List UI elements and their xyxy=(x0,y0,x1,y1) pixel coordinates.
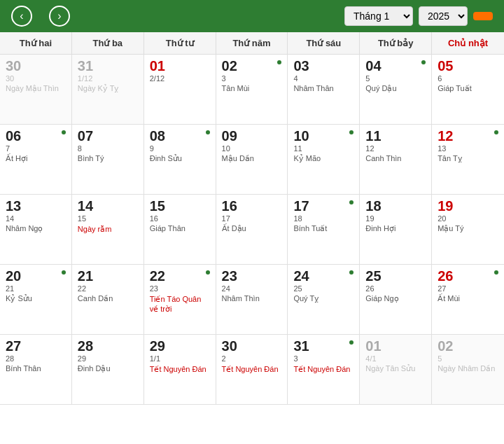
cal-cell-w0-d0[interactable]: 3030Ngày Mậu Thìn xyxy=(0,55,72,125)
event-label: Tiến Táo Quân về trời xyxy=(150,294,210,314)
day-number: 30 xyxy=(6,59,66,73)
cal-cell-w0-d6[interactable]: 056Giáp Tuất xyxy=(432,55,504,125)
day-number: 11 xyxy=(365,129,426,143)
day-number: 02 xyxy=(222,59,282,73)
cal-cell-w1-d6[interactable]: 1213Tân Tỵ xyxy=(432,125,504,195)
lunar-date: 25 xyxy=(293,284,354,293)
header-controls: Tháng 1Tháng 2Tháng 3Tháng 4Tháng 5Tháng… xyxy=(344,6,493,26)
lunar-date: 16 xyxy=(150,214,210,223)
lunar-date: 1/12 xyxy=(78,74,138,83)
cal-cell-w4-d4[interactable]: 313Tết Nguyên Đán xyxy=(288,335,360,405)
dow-cell-5: Thứ bảy xyxy=(360,32,432,54)
lunar-date: 5 xyxy=(438,354,498,363)
lunar-date: 30 xyxy=(6,74,66,83)
can-chi-label: Kỷ Mão xyxy=(293,154,354,163)
day-number: 09 xyxy=(222,129,282,143)
day-number: 07 xyxy=(78,129,138,143)
cal-cell-w3-d1[interactable]: 2122Canh Dần xyxy=(72,265,144,335)
cal-cell-w0-d4[interactable]: 034Nhâm Thân xyxy=(288,55,360,125)
day-number: 19 xyxy=(438,199,498,213)
cal-cell-w4-d2[interactable]: 291/1Tết Nguyên Đán xyxy=(144,335,216,405)
can-chi-label: Nhâm Ngọ xyxy=(6,224,66,233)
day-number: 29 xyxy=(150,339,210,353)
cal-cell-w1-d3[interactable]: 0910Mậu Dần xyxy=(216,125,288,195)
cal-cell-w2-d0[interactable]: 1314Nhâm Ngọ xyxy=(0,195,72,265)
can-chi-label: Nhâm Thân xyxy=(293,84,354,92)
day-number: 31 xyxy=(293,339,354,353)
day-number: 28 xyxy=(78,339,138,353)
lunar-date: 11 xyxy=(293,144,354,153)
cal-cell-w2-d4[interactable]: 1718Bính Tuất xyxy=(288,195,360,265)
day-number: 26 xyxy=(438,269,498,283)
day-number: 15 xyxy=(150,199,210,213)
cal-cell-w4-d6[interactable]: 025Ngày Nhâm Dần xyxy=(432,335,504,405)
can-chi-label: Quý Dậu xyxy=(365,84,426,93)
day-number: 01 xyxy=(150,59,210,73)
cal-cell-w3-d3[interactable]: 2324Nhâm Thìn xyxy=(216,265,288,335)
cal-cell-w2-d3[interactable]: 1617Ất Dậu xyxy=(216,195,288,265)
dow-cell-0: Thứ hai xyxy=(0,32,72,54)
cal-cell-w0-d3[interactable]: 023Tân Mùi xyxy=(216,55,288,125)
cal-cell-w1-d4[interactable]: 1011Kỷ Mão xyxy=(288,125,360,195)
can-chi-label: Tân Mùi xyxy=(222,84,282,92)
day-number: 08 xyxy=(150,129,210,143)
cal-cell-w4-d5[interactable]: 014/1Ngày Tân Sửu xyxy=(360,335,432,405)
cal-cell-w1-d1[interactable]: 078Bình Tý xyxy=(72,125,144,195)
event-dot xyxy=(62,130,66,134)
cal-cell-w2-d2[interactable]: 1516Giáp Thân xyxy=(144,195,216,265)
day-number: 21 xyxy=(78,269,138,283)
event-dot xyxy=(206,130,210,134)
event-label: Tết Nguyên Đán xyxy=(150,364,210,374)
cal-cell-w0-d5[interactable]: 045Quý Dậu xyxy=(360,55,432,125)
lunar-date: 3 xyxy=(222,74,282,83)
month-select[interactable]: Tháng 1Tháng 2Tháng 3Tháng 4Tháng 5Tháng… xyxy=(344,6,413,26)
can-chi-label: Đinh Hợi xyxy=(365,224,426,233)
cal-cell-w2-d5[interactable]: 1819Đinh Hợi xyxy=(360,195,432,265)
cal-cell-w2-d6[interactable]: 1920Mậu Tý xyxy=(432,195,504,265)
lunar-date: 4 xyxy=(293,74,354,83)
cal-cell-w1-d2[interactable]: 089Đinh Sửu xyxy=(144,125,216,195)
lunar-date: 28 xyxy=(6,354,66,363)
cal-cell-w3-d2[interactable]: 2223Tiến Táo Quân về trời xyxy=(144,265,216,335)
event-label: Ngày rằm xyxy=(78,224,138,234)
year-select[interactable]: 2025 xyxy=(419,6,468,26)
dow-cell-1: Thứ ba xyxy=(72,32,144,54)
can-chi-label: Nhâm Thìn xyxy=(222,294,282,303)
lunar-date: 24 xyxy=(222,284,282,293)
dow-cell-6: Chủ nhật xyxy=(432,32,504,54)
can-chi-label: Tân Tỵ xyxy=(438,154,498,163)
cal-cell-w1-d0[interactable]: 067Ất Hợi xyxy=(0,125,72,195)
cal-cell-w4-d3[interactable]: 302Tết Nguyên Đán xyxy=(216,335,288,405)
day-number: 20 xyxy=(6,269,66,283)
event-dot xyxy=(494,130,498,134)
cal-cell-w3-d6[interactable]: 2627Ất Mùi xyxy=(432,265,504,335)
cal-cell-w3-d0[interactable]: 2021Kỷ Sửu xyxy=(0,265,72,335)
view-button[interactable] xyxy=(473,12,493,20)
cal-cell-w3-d5[interactable]: 2526Giáp Ngọ xyxy=(360,265,432,335)
dow-cell-2: Thứ tư xyxy=(144,32,216,54)
can-chi-label: Ất Hợi xyxy=(6,154,66,163)
lunar-date: 8 xyxy=(78,144,138,153)
prev-month-button[interactable]: ‹ xyxy=(11,6,32,27)
cal-cell-w0-d2[interactable]: 012/12 xyxy=(144,55,216,125)
cal-cell-w1-d5[interactable]: 1112Canh Thìn xyxy=(360,125,432,195)
lunar-date: 14 xyxy=(6,214,66,223)
event-dot xyxy=(206,270,210,275)
can-chi-label: Bính Thân xyxy=(6,364,66,373)
cal-cell-w4-d1[interactable]: 2829Đinh Dậu xyxy=(72,335,144,405)
lunar-date: 4/1 xyxy=(365,354,426,363)
lunar-date: 13 xyxy=(438,144,498,153)
cal-cell-w2-d1[interactable]: 1415Ngày rằm xyxy=(72,195,144,265)
day-number: 14 xyxy=(78,199,138,213)
event-label: Tết Nguyên Đán xyxy=(222,364,282,374)
next-month-button[interactable]: › xyxy=(49,6,70,27)
day-number: 18 xyxy=(365,199,426,213)
lunar-date: 17 xyxy=(222,214,282,223)
event-dot xyxy=(62,270,66,275)
lunar-date: 3 xyxy=(293,354,354,363)
cal-cell-w3-d4[interactable]: 2425Quý Tỵ xyxy=(288,265,360,335)
cal-cell-w0-d1[interactable]: 311/12Ngày Kỷ Tỵ xyxy=(72,55,144,125)
day-number: 17 xyxy=(293,199,354,213)
day-number: 22 xyxy=(150,269,210,283)
cal-cell-w4-d0[interactable]: 2728Bính Thân xyxy=(0,335,72,405)
